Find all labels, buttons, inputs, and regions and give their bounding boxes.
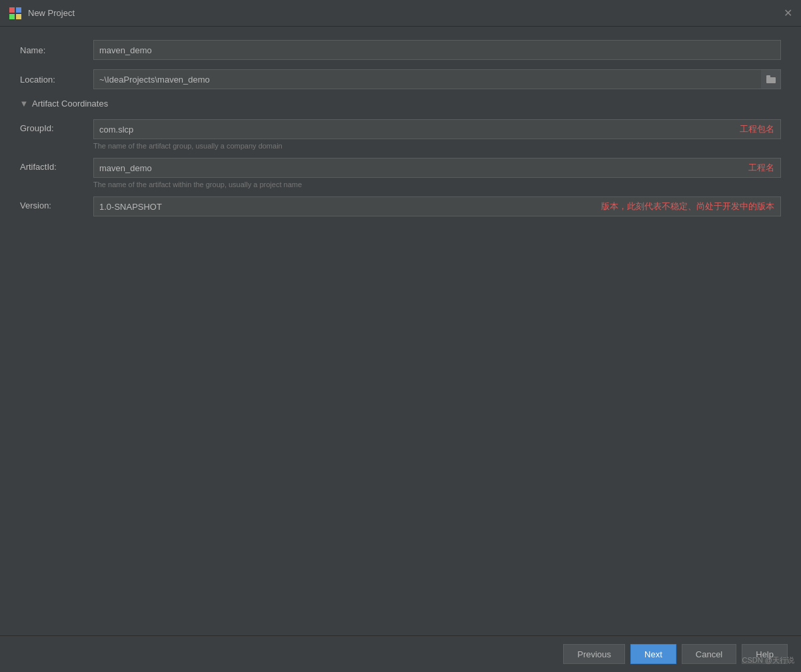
app-icon	[8, 6, 23, 21]
location-input[interactable]	[93, 69, 781, 89]
dialog-title: New Project	[28, 8, 75, 18]
artifact-section-header: ▼ Artifact Coordinates	[20, 99, 781, 109]
name-input[interactable]	[93, 40, 781, 60]
name-row: Name:	[20, 40, 781, 60]
close-button[interactable]: ✕	[782, 8, 793, 19]
groupid-hint: The name of the artifact group, usually …	[93, 142, 781, 150]
groupid-input[interactable]	[93, 119, 781, 139]
content-area: Name: Location: ▼ Artifact Coordinates	[0, 27, 801, 635]
artifactid-hint: The name of the artifact within the grou…	[93, 180, 781, 188]
svg-rect-3	[16, 14, 21, 19]
previous-button[interactable]: Previous	[563, 644, 625, 664]
version-row: Version: 版本，此刻代表不稳定、尚处于开发中的版本	[20, 196, 781, 216]
title-bar-left: New Project	[8, 6, 75, 21]
artifactid-input[interactable]	[93, 158, 781, 178]
location-row: Location:	[20, 69, 781, 89]
folder-browse-button[interactable]	[761, 69, 781, 89]
groupid-label: GroupId:	[20, 119, 93, 133]
location-label: Location:	[20, 75, 93, 85]
version-input-col: 版本，此刻代表不稳定、尚处于开发中的版本	[93, 196, 781, 216]
svg-rect-0	[9, 7, 15, 13]
svg-rect-2	[9, 14, 15, 19]
artifactid-input-wrapper: 工程名	[93, 158, 781, 178]
version-input-wrapper: 版本，此刻代表不稳定、尚处于开发中的版本	[93, 196, 781, 216]
artifactid-label: ArtifactId:	[20, 158, 93, 172]
svg-rect-4	[766, 77, 776, 83]
help-button[interactable]: Help	[742, 644, 788, 664]
artifact-section-title: Artifact Coordinates	[32, 99, 108, 109]
location-input-wrap	[93, 69, 781, 89]
version-input[interactable]	[93, 196, 781, 216]
new-project-dialog: New Project ✕ Name: Location:	[0, 0, 801, 672]
version-label: Version:	[20, 196, 93, 210]
footer: Previous Next Cancel Help	[0, 635, 801, 672]
groupid-row: GroupId: 工程包名	[20, 119, 781, 139]
svg-rect-5	[766, 75, 770, 78]
svg-rect-1	[16, 7, 21, 13]
cancel-button[interactable]: Cancel	[682, 644, 736, 664]
groupid-input-col: 工程包名	[93, 119, 781, 139]
next-button[interactable]: Next	[630, 644, 676, 664]
title-bar: New Project ✕	[0, 0, 801, 27]
name-label: Name:	[20, 45, 93, 55]
artifactid-row: ArtifactId: 工程名	[20, 158, 781, 178]
name-input-wrap	[93, 40, 781, 60]
groupid-input-wrapper: 工程包名	[93, 119, 781, 139]
collapse-arrow-icon[interactable]: ▼	[20, 100, 28, 108]
artifactid-input-col: 工程名	[93, 158, 781, 178]
